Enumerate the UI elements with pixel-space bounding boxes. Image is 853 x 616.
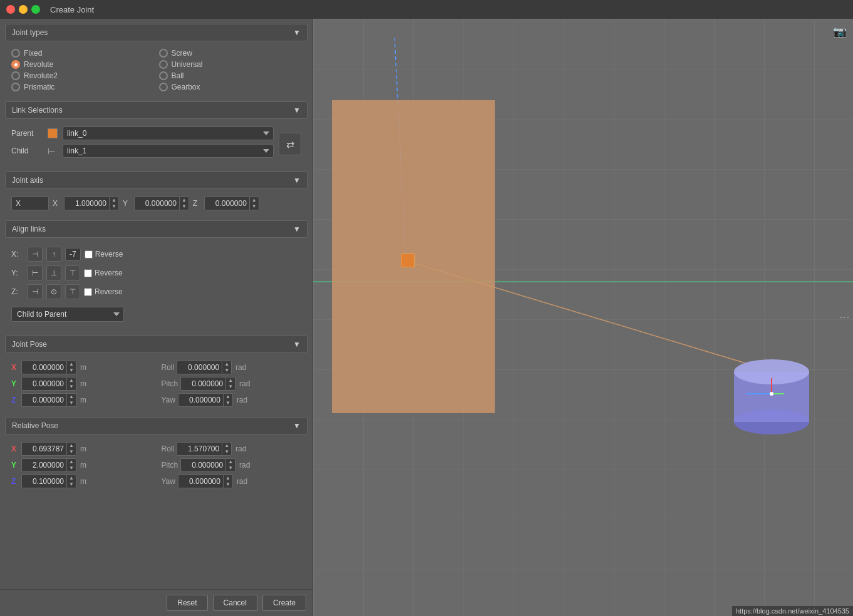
joint-types-header[interactable]: Joint types ▼	[5, 24, 308, 41]
align-z-btn2[interactable]: ⊙	[46, 284, 61, 299]
pose-x-up[interactable]: ▲	[67, 361, 76, 367]
minimize-button[interactable]	[19, 5, 28, 14]
child-select[interactable]: link_1 link_0	[63, 144, 274, 158]
rel-z-input[interactable]	[21, 475, 66, 488]
axis-y-input-wrapper[interactable]: ▲ ▼	[134, 197, 189, 210]
align-x-btn1[interactable]: ⊣	[28, 247, 43, 262]
align-x-check[interactable]	[85, 250, 93, 259]
maximize-button[interactable]	[31, 5, 40, 14]
rel-pitch-up[interactable]: ▲	[226, 459, 235, 465]
child-to-parent-select[interactable]: Child to Parent Parent to Child	[11, 307, 124, 322]
rel-y-down[interactable]: ▼	[67, 465, 76, 471]
rel-y-input-wrapper[interactable]: ▲ ▼	[21, 458, 76, 472]
cancel-button[interactable]: Cancel	[213, 595, 257, 611]
axis-y-down[interactable]: ▼	[180, 203, 189, 210]
rel-pitch-input-wrapper[interactable]: ▲ ▼	[180, 458, 235, 472]
axis-x-up[interactable]: ▲	[110, 197, 118, 203]
reset-button[interactable]: Reset	[167, 595, 207, 611]
parent-select[interactable]: link_0 link_1	[63, 126, 274, 140]
rel-z-input-wrapper[interactable]: ▲ ▼	[21, 475, 76, 488]
radio-ball[interactable]: Ball	[159, 71, 302, 80]
align-x-reverse[interactable]: Reverse	[85, 250, 123, 259]
pose-roll-up[interactable]: ▲	[222, 361, 231, 367]
joint-axis-header[interactable]: Joint axis ▼	[5, 172, 308, 189]
rel-roll-input-wrapper[interactable]: ▲ ▼	[177, 442, 232, 456]
axis-x-input-wrapper[interactable]: ▲ ▼	[64, 197, 119, 210]
rel-x-input-wrapper[interactable]: ▲ ▼	[21, 442, 76, 456]
create-button[interactable]: Create	[262, 595, 306, 611]
pose-y-input[interactable]	[21, 377, 66, 391]
rel-pitch-down[interactable]: ▼	[226, 465, 235, 471]
relative-pose-header[interactable]: Relative Pose ▼	[5, 417, 308, 434]
pose-z-down[interactable]: ▼	[67, 400, 76, 406]
radio-fixed-circle[interactable]	[11, 49, 20, 58]
align-z-reverse[interactable]: Reverse	[84, 287, 123, 296]
pose-x-input[interactable]	[21, 361, 66, 374]
axis-y-up[interactable]: ▲	[180, 197, 189, 203]
rel-roll-input[interactable]	[177, 442, 222, 456]
pose-yaw-input[interactable]	[178, 393, 223, 407]
radio-ball-circle[interactable]	[159, 71, 168, 80]
pose-yaw-down[interactable]: ▼	[224, 400, 232, 406]
radio-gearbox-circle[interactable]	[159, 83, 168, 91]
align-y-btn2[interactable]: ⊥	[46, 265, 61, 280]
radio-revolute[interactable]: Revolute	[11, 60, 154, 69]
axis-select[interactable]: X Y Z	[11, 197, 49, 210]
radio-universal-circle[interactable]	[159, 60, 168, 69]
rel-y-up[interactable]: ▲	[67, 459, 76, 465]
pose-z-input-wrapper[interactable]: ▲ ▼	[21, 393, 76, 407]
rel-yaw-input-wrapper[interactable]: ▲ ▼	[178, 475, 233, 488]
align-z-check[interactable]	[84, 288, 92, 296]
pose-pitch-down[interactable]: ▼	[226, 384, 235, 390]
axis-z-input[interactable]	[204, 197, 249, 210]
link-selections-header[interactable]: Link Selections ▼	[5, 101, 308, 119]
pose-x-down[interactable]: ▼	[67, 367, 76, 374]
window-controls[interactable]	[6, 5, 40, 14]
rel-yaw-down[interactable]: ▼	[224, 481, 232, 488]
axis-x-down[interactable]: ▼	[110, 203, 118, 210]
pose-z-input[interactable]	[21, 393, 66, 407]
axis-y-input[interactable]	[134, 197, 179, 210]
radio-gearbox[interactable]: Gearbox	[159, 83, 302, 91]
rel-roll-up[interactable]: ▲	[222, 443, 231, 449]
axis-z-down[interactable]: ▼	[250, 203, 259, 210]
rel-yaw-up[interactable]: ▲	[224, 475, 232, 481]
axis-z-input-wrapper[interactable]: ▲ ▼	[204, 197, 259, 210]
radio-screw[interactable]: Screw	[159, 49, 302, 58]
radio-prismatic[interactable]: Prismatic	[11, 83, 154, 91]
rel-z-down[interactable]: ▼	[67, 481, 76, 488]
pose-roll-input-wrapper[interactable]: ▲ ▼	[177, 361, 232, 374]
rel-yaw-input[interactable]	[178, 475, 223, 488]
radio-fixed[interactable]: Fixed	[11, 49, 154, 58]
align-links-header[interactable]: Align links ▼	[5, 220, 308, 238]
align-z-btn1[interactable]: ⊣	[28, 284, 43, 299]
radio-revolute2-circle[interactable]	[11, 71, 20, 80]
pose-x-input-wrapper[interactable]: ▲ ▼	[21, 361, 76, 374]
pose-roll-down[interactable]: ▼	[222, 367, 231, 374]
align-y-btn1[interactable]: ⊢	[28, 265, 43, 280]
rel-x-input[interactable]	[21, 442, 66, 456]
joint-pose-header[interactable]: Joint Pose ▼	[5, 336, 308, 353]
pose-roll-input[interactable]	[177, 361, 222, 374]
align-x-btn2[interactable]: ↑	[46, 247, 61, 262]
camera-icon[interactable]: 📷	[833, 25, 847, 39]
radio-revolute2[interactable]: Revolute2	[11, 71, 154, 80]
align-y-check[interactable]	[84, 269, 92, 277]
pose-yaw-input-wrapper[interactable]: ▲ ▼	[178, 393, 233, 407]
rel-roll-down[interactable]: ▼	[222, 449, 231, 455]
radio-universal[interactable]: Universal	[159, 60, 302, 69]
axis-x-input[interactable]	[64, 197, 109, 210]
swap-button[interactable]: ⇄	[279, 133, 301, 155]
rel-x-down[interactable]: ▼	[67, 449, 76, 455]
pose-pitch-input[interactable]	[180, 377, 225, 391]
pose-y-down[interactable]: ▼	[67, 384, 76, 390]
pose-pitch-input-wrapper[interactable]: ▲ ▼	[180, 377, 235, 391]
pose-yaw-up[interactable]: ▲	[224, 394, 232, 400]
close-button[interactable]	[6, 5, 15, 14]
align-y-btn3[interactable]: ⊤	[65, 265, 80, 280]
pose-y-up[interactable]: ▲	[67, 377, 76, 384]
radio-screw-circle[interactable]	[159, 49, 168, 58]
align-y-reverse[interactable]: Reverse	[84, 269, 123, 277]
rel-z-up[interactable]: ▲	[67, 475, 76, 481]
rel-pitch-input[interactable]	[180, 458, 225, 472]
